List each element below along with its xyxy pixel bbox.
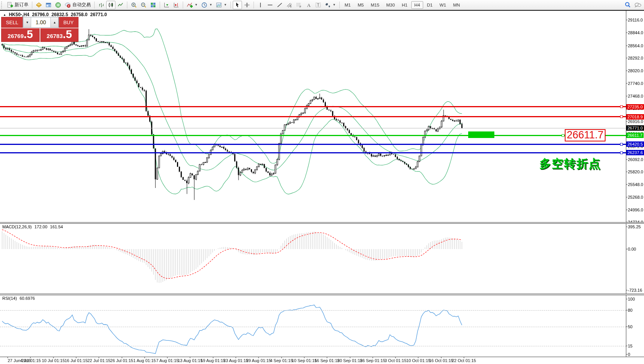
y-axis-tick-label: 24996.0 xyxy=(628,208,643,212)
chart-shift-button[interactable] xyxy=(172,1,181,9)
level-line-27235.0[interactable] xyxy=(0,106,626,107)
fibonacci-tool-button[interactable]: F xyxy=(294,1,304,9)
tile-windows-button[interactable] xyxy=(148,1,158,9)
buy-price-main: 26783 xyxy=(47,33,63,39)
collapse-arrow-icon[interactable]: ▲ xyxy=(3,13,6,17)
indicators-button[interactable]: ▼ xyxy=(185,1,199,9)
symbol-period-label: HK50-,H4 xyxy=(9,12,29,17)
buy-price[interactable]: 26783.5 xyxy=(40,28,79,42)
volume-increase-button[interactable]: ▲ xyxy=(50,17,58,27)
horizontal-line-tool-button[interactable] xyxy=(265,1,275,9)
arrows-icon xyxy=(325,2,331,8)
tile-windows-icon xyxy=(150,2,156,8)
auto-scroll-button[interactable] xyxy=(162,1,171,9)
zoom-in-button[interactable] xyxy=(129,1,138,9)
macd-axis-label: -723.16 xyxy=(628,288,642,293)
buy-button[interactable]: BUY xyxy=(59,17,78,28)
arrows-tool-button[interactable]: ▼ xyxy=(323,1,337,9)
text-label-tool-button[interactable]: T xyxy=(314,1,323,9)
timeframe-m1-button[interactable]: M1 xyxy=(342,1,354,9)
current-price-line xyxy=(0,128,626,128)
data-window-button[interactable] xyxy=(44,1,53,9)
wizard-icon xyxy=(36,2,42,8)
crosshair-tool-button[interactable] xyxy=(242,1,252,9)
cursor-icon xyxy=(234,2,240,8)
ohlc-close: 26771.0 xyxy=(90,12,107,17)
candlestick-chart-button[interactable] xyxy=(106,1,115,9)
text-tool-button[interactable]: A xyxy=(304,1,313,9)
periods-button[interactable]: ▼ xyxy=(200,1,214,9)
clock-icon xyxy=(201,2,207,8)
autotrading-button[interactable]: 自动交易 xyxy=(63,1,92,9)
channel-tool-button[interactable]: E xyxy=(285,1,294,9)
macd-pane-divider[interactable] xyxy=(0,222,644,224)
bar-chart-button[interactable] xyxy=(97,1,106,9)
ohlc-high: 26832.5 xyxy=(52,12,68,17)
macd-title: MACD(12,26,9) xyxy=(2,224,32,229)
template-icon xyxy=(216,2,222,8)
time-axis-label: 22 Oct 01:15 xyxy=(452,358,476,363)
separator xyxy=(254,2,254,8)
level-line-handle[interactable] xyxy=(620,105,623,108)
chart-header: ▲ HK50-,H4 26796.0 26832.5 26758.0 26771… xyxy=(3,12,107,17)
cursor-tool-button[interactable] xyxy=(233,1,242,9)
signal-button[interactable] xyxy=(53,1,63,9)
sell-price[interactable]: 26769.5 xyxy=(1,28,40,42)
level-line-27018.9[interactable] xyxy=(0,116,626,117)
buy-price-pips: .5 xyxy=(63,29,72,39)
level-line-handle[interactable] xyxy=(620,115,623,118)
time-axis-label: 20 Sep 01:15 xyxy=(337,358,362,363)
trendline-tool-button[interactable] xyxy=(275,1,284,9)
sell-button[interactable]: SELL xyxy=(1,17,23,28)
time-axis-label: 26 Sep 01:15 xyxy=(360,358,385,363)
timeframe-m15-button[interactable]: M15 xyxy=(368,1,382,9)
time-axis-label: 4 Sep 01:15 xyxy=(270,358,293,363)
level-line-26237.6[interactable] xyxy=(0,152,626,153)
timeframe-h1-button[interactable]: H1 xyxy=(399,1,410,9)
y-axis-tick-label: 27468.0 xyxy=(628,94,643,98)
autotrading-label: 自动交易 xyxy=(72,2,91,8)
chat-button[interactable] xyxy=(633,1,643,9)
time-axis-label: 10 Jul 01:15 xyxy=(42,358,65,363)
level-line-handle[interactable] xyxy=(562,134,564,137)
price-callout-26611[interactable]: 26611.7 xyxy=(565,129,606,141)
level-line-handle[interactable] xyxy=(620,151,623,154)
volume-input[interactable] xyxy=(31,17,50,27)
y-axis-tick-label: 28020.0 xyxy=(628,68,643,73)
level-line-handle[interactable] xyxy=(620,143,623,146)
templates-button[interactable]: ▼ xyxy=(214,1,229,9)
separator xyxy=(94,2,95,8)
green-rectangle-object[interactable] xyxy=(468,131,494,138)
new-order-button[interactable]: 新订单 xyxy=(5,1,30,9)
volume-decrease-button[interactable]: ▼ xyxy=(23,17,31,27)
zoom-out-button[interactable] xyxy=(139,1,148,9)
trendline-icon xyxy=(277,2,283,8)
y-axis-tick-label: 28292.0 xyxy=(628,56,643,60)
current-price-label: 26771.0 xyxy=(626,125,644,131)
timeframe-h4-button[interactable]: H4 xyxy=(411,1,423,9)
fibonacci-icon: F xyxy=(296,2,302,8)
time-axis-label: 19 Aug 01:15 xyxy=(200,358,225,363)
macd-axis-label: 395.25 xyxy=(628,224,641,229)
separator xyxy=(127,2,127,8)
timeframe-d1-button[interactable]: D1 xyxy=(424,1,436,9)
y-axis-tick-label: 25548.0 xyxy=(628,182,643,187)
svg-text:T: T xyxy=(317,3,319,7)
auto-scroll-icon xyxy=(164,2,170,8)
rsi-axis-label: 50 xyxy=(628,324,632,329)
line-chart-button[interactable] xyxy=(116,1,125,9)
time-axis-label: 3 Oct 01:15 xyxy=(385,358,407,363)
timeframe-w1-button[interactable]: W1 xyxy=(437,1,449,9)
timeframe-m30-button[interactable]: M30 xyxy=(383,1,398,9)
search-button[interactable] xyxy=(623,1,632,9)
level-line-26611.7[interactable] xyxy=(0,135,626,136)
timeframe-mn-button[interactable]: MN xyxy=(450,1,463,9)
rsi-pane-divider[interactable] xyxy=(0,294,644,295)
vertical-line-tool-button[interactable] xyxy=(256,1,265,9)
macd-main-value: 172.00 xyxy=(34,224,47,229)
timeframe-m5-button[interactable]: M5 xyxy=(355,1,367,9)
wizard-button[interactable] xyxy=(34,1,43,9)
volume-spinner: ▼ ▲ xyxy=(23,17,59,28)
level-line-26420.5[interactable] xyxy=(0,144,626,145)
price-chart-canvas[interactable] xyxy=(0,0,644,364)
